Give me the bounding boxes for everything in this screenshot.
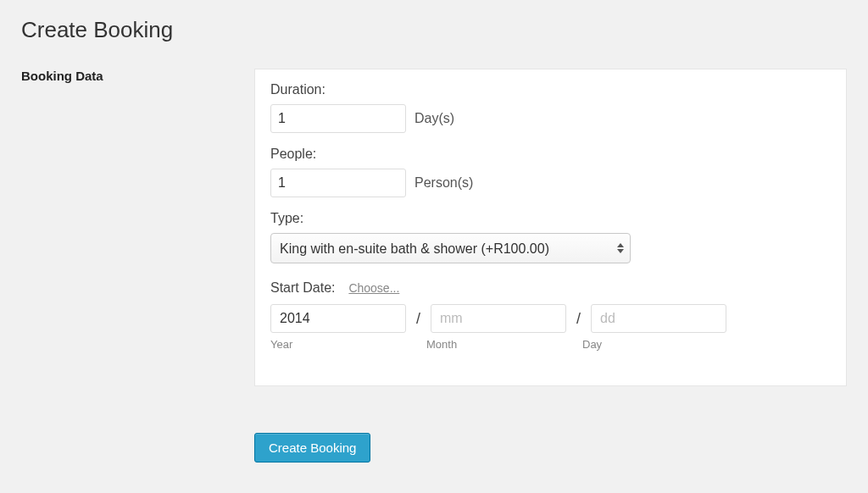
submit-row: Create Booking bbox=[254, 433, 847, 463]
section-sidebar: Booking Data bbox=[21, 69, 229, 386]
type-select[interactable]: King with en-suite bath & shower (+R100.… bbox=[270, 233, 631, 263]
people-field-group: People: Person(s) bbox=[270, 147, 831, 197]
start-date-label: Start Date: bbox=[270, 280, 335, 295]
month-sublabel: Month bbox=[426, 338, 582, 351]
people-label: People: bbox=[270, 147, 831, 162]
year-sublabel: Year bbox=[270, 338, 426, 351]
start-date-field-group: Start Date: Choose... / / Year Month Day bbox=[270, 280, 831, 351]
form-layout: Booking Data Duration: Day(s) People: Pe… bbox=[21, 69, 847, 386]
month-input[interactable] bbox=[431, 304, 566, 333]
choose-date-link[interactable]: Choose... bbox=[348, 281, 399, 295]
page-title: Create Booking bbox=[21, 17, 847, 43]
duration-label: Duration: bbox=[270, 82, 831, 97]
create-booking-button[interactable]: Create Booking bbox=[254, 433, 370, 463]
section-label: Booking Data bbox=[21, 69, 229, 83]
type-field-group: Type: King with en-suite bath & shower (… bbox=[270, 211, 831, 263]
year-input[interactable] bbox=[270, 304, 406, 333]
day-sublabel: Day bbox=[582, 338, 602, 351]
type-label: Type: bbox=[270, 211, 831, 226]
duration-unit: Day(s) bbox=[415, 111, 454, 126]
booking-form-panel: Duration: Day(s) People: Person(s) Type:… bbox=[254, 69, 847, 386]
day-input[interactable] bbox=[591, 304, 726, 333]
duration-field-group: Duration: Day(s) bbox=[270, 82, 831, 133]
date-separator: / bbox=[576, 310, 581, 328]
people-unit: Person(s) bbox=[415, 175, 473, 191]
date-separator: / bbox=[416, 310, 420, 328]
duration-input[interactable] bbox=[270, 104, 406, 133]
people-input[interactable] bbox=[270, 169, 406, 197]
